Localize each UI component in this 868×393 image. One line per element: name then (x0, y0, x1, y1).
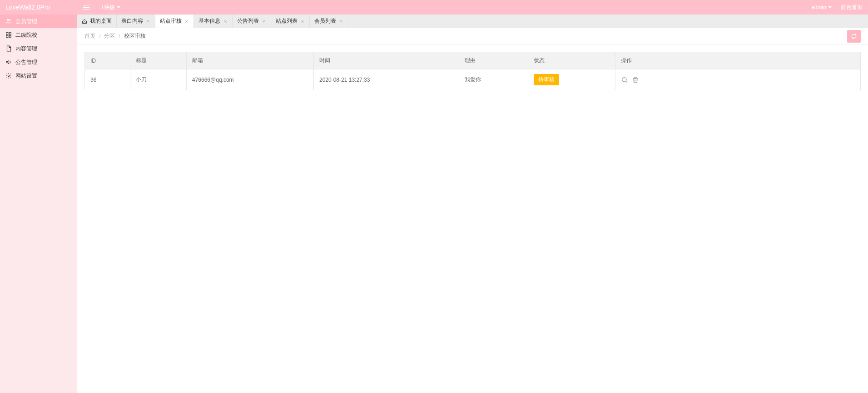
tab-label: 基本信息 (198, 17, 220, 25)
breadcrumb: 首页/分区/校区审核 (84, 32, 146, 40)
header-bar: LoveWall2.0Pro +快捷 admin 前台首页 (0, 0, 868, 15)
breadcrumb-item-1[interactable]: 分区 (104, 32, 115, 40)
svg-point-7 (622, 77, 626, 81)
sidebar-item-3[interactable]: 公告管理 (0, 55, 77, 69)
sidebar-item-label: 内容管理 (15, 45, 37, 53)
close-icon[interactable] (262, 19, 266, 24)
tab-0[interactable]: 我的桌面 (77, 15, 117, 28)
refresh-icon (851, 33, 857, 39)
header-right: admin 前台首页 (811, 4, 863, 11)
svg-rect-4 (6, 35, 8, 37)
sidebar-item-1[interactable]: 二级院校 (0, 28, 77, 42)
cell-title: 小刀 (130, 69, 187, 90)
tab-3[interactable]: 基本信息 (194, 15, 233, 28)
layout: 会员管理二级院校内容管理公告管理网站设置 我的桌面表白内容站点审核基本信息公告列… (0, 15, 868, 393)
user-name: admin (811, 4, 826, 10)
th-email: 邮箱 (187, 52, 314, 69)
user-icon (5, 18, 12, 25)
cell-time: 2020-08-21 13:27:33 (314, 69, 459, 90)
user-dropdown[interactable]: admin (811, 4, 832, 10)
front-page-link[interactable]: 前台首页 (841, 4, 863, 11)
tab-label: 我的桌面 (90, 17, 112, 25)
tab-label: 公告列表 (237, 17, 259, 25)
sidebar-item-label: 二级院校 (15, 31, 37, 39)
sidebar-item-label: 公告管理 (15, 59, 37, 66)
tab-2[interactable]: 站点审核 (155, 15, 194, 28)
sidebar-item-0[interactable]: 会员管理 (0, 15, 77, 28)
close-icon[interactable] (223, 19, 228, 24)
tab-5[interactable]: 站点列表 (271, 15, 310, 28)
review-table: ID 标题 邮箱 时间 理由 状态 操作 36小刀476666@qq.com20… (84, 52, 861, 90)
tab-1[interactable]: 表白内容 (117, 15, 155, 28)
tab-label: 表白内容 (121, 17, 143, 25)
grid-icon (5, 32, 12, 38)
refresh-button[interactable] (847, 30, 861, 43)
tabs-bar: 我的桌面表白内容站点审核基本信息公告列表站点列表会员列表 (77, 15, 868, 28)
breadcrumb-item-0[interactable]: 首页 (84, 32, 95, 40)
close-icon[interactable] (339, 19, 343, 24)
content-area: ID 标题 邮箱 时间 理由 状态 操作 36小刀476666@qq.com20… (77, 44, 868, 393)
table-row: 36小刀476666@qq.com2020-08-21 13:27:33我爱你待… (85, 69, 860, 90)
th-title: 标题 (130, 52, 187, 69)
sidebar-item-label: 网站设置 (15, 72, 37, 80)
tab-label: 站点审核 (160, 17, 182, 25)
th-status: 状态 (528, 52, 615, 69)
caret-down-icon (117, 6, 120, 8)
th-reason: 理由 (459, 52, 528, 69)
cell-email: 476666@qq.com (187, 69, 314, 90)
svg-rect-3 (9, 33, 11, 34)
quick-nav-label: +快捷 (101, 4, 115, 11)
th-action: 操作 (615, 52, 860, 69)
close-icon[interactable] (300, 19, 305, 24)
doc-icon (5, 45, 12, 52)
tab-label: 会员列表 (314, 17, 336, 25)
cell-reason: 我爱你 (459, 69, 528, 90)
delete-icon[interactable] (632, 76, 639, 84)
cell-id: 36 (85, 69, 130, 90)
gear-icon (5, 73, 12, 79)
sidebar-item-4[interactable]: 网站设置 (0, 69, 77, 83)
close-icon[interactable] (184, 19, 189, 24)
tab-6[interactable]: 会员列表 (310, 15, 348, 28)
tab-label: 站点列表 (276, 17, 298, 25)
svg-rect-5 (9, 35, 11, 37)
th-time: 时间 (314, 52, 459, 69)
home-icon (82, 19, 87, 24)
tab-4[interactable]: 公告列表 (233, 15, 271, 28)
caret-down-icon (828, 6, 832, 8)
quick-nav-dropdown[interactable]: +快捷 (95, 4, 126, 11)
breadcrumb-separator: / (119, 33, 120, 39)
app-logo: LoveWall2.0Pro (5, 4, 77, 11)
horn-icon (5, 59, 12, 65)
svg-rect-2 (6, 33, 8, 34)
breadcrumb-separator: / (99, 33, 100, 39)
svg-point-0 (7, 19, 9, 21)
table-header-row: ID 标题 邮箱 时间 理由 状态 操作 (85, 52, 860, 69)
sidebar-toggle-button[interactable] (77, 5, 95, 10)
cell-action (615, 69, 860, 90)
th-id: ID (85, 52, 130, 69)
breadcrumb-bar: 首页/分区/校区审核 (77, 28, 868, 44)
main: 我的桌面表白内容站点审核基本信息公告列表站点列表会员列表 首页/分区/校区审核 … (77, 15, 868, 393)
sidebar-item-label: 会员管理 (15, 18, 37, 25)
sidebar: 会员管理二级院校内容管理公告管理网站设置 (0, 15, 77, 393)
view-icon[interactable] (621, 76, 628, 84)
status-badge[interactable]: 待审核 (534, 74, 559, 85)
svg-point-6 (8, 75, 10, 77)
menu-icon (83, 5, 89, 10)
sidebar-item-2[interactable]: 内容管理 (0, 42, 77, 55)
svg-point-1 (10, 20, 10, 20)
breadcrumb-item-2: 校区审核 (124, 32, 146, 40)
cell-status: 待审核 (528, 69, 615, 90)
close-icon[interactable] (146, 19, 150, 24)
